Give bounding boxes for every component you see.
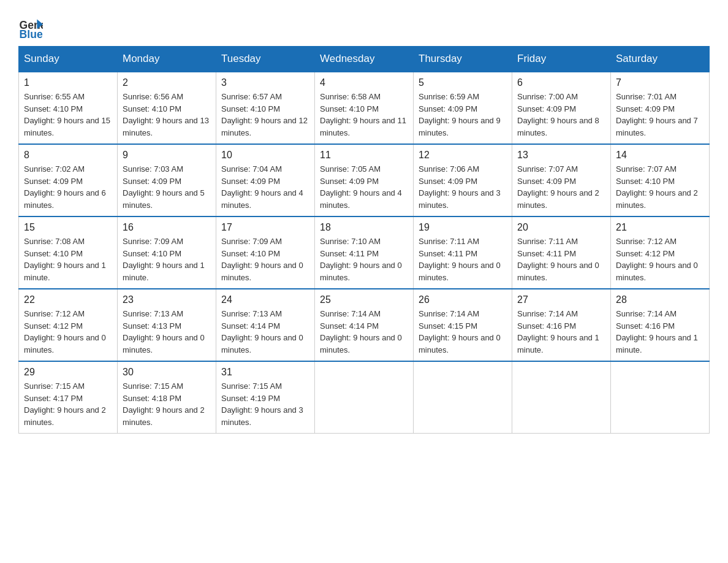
calendar-week-row: 29 Sunrise: 7:15 AMSunset: 4:17 PMDaylig…	[19, 361, 710, 434]
day-info: Sunrise: 7:02 AMSunset: 4:09 PMDaylight:…	[24, 163, 112, 211]
day-number: 31	[221, 367, 309, 378]
day-info: Sunrise: 7:07 AMSunset: 4:10 PMDaylight:…	[616, 163, 704, 211]
calendar-cell: 18 Sunrise: 7:10 AMSunset: 4:11 PMDaylig…	[315, 216, 414, 289]
calendar-cell: 31 Sunrise: 7:15 AMSunset: 4:19 PMDaylig…	[216, 361, 315, 434]
day-number: 13	[517, 150, 605, 161]
day-number: 12	[419, 150, 507, 161]
day-info: Sunrise: 6:55 AMSunset: 4:10 PMDaylight:…	[24, 91, 112, 139]
calendar-cell: 9 Sunrise: 7:03 AMSunset: 4:09 PMDayligh…	[118, 144, 216, 216]
day-number: 17	[221, 222, 309, 233]
day-info: Sunrise: 6:58 AMSunset: 4:10 PMDaylight:…	[320, 91, 408, 139]
day-number: 27	[517, 294, 605, 305]
day-number: 4	[320, 77, 408, 88]
day-number: 23	[123, 294, 211, 305]
day-number: 16	[123, 222, 211, 233]
calendar-header-saturday: Saturday	[611, 47, 710, 72]
day-info: Sunrise: 7:13 AMSunset: 4:13 PMDaylight:…	[123, 308, 211, 356]
day-info: Sunrise: 7:15 AMSunset: 4:17 PMDaylight:…	[24, 380, 112, 428]
calendar-cell: 8 Sunrise: 7:02 AMSunset: 4:09 PMDayligh…	[19, 144, 118, 216]
calendar-week-row: 15 Sunrise: 7:08 AMSunset: 4:10 PMDaylig…	[19, 216, 710, 289]
day-number: 26	[419, 294, 507, 305]
day-number: 9	[123, 150, 211, 161]
calendar-cell: 23 Sunrise: 7:13 AMSunset: 4:13 PMDaylig…	[118, 289, 216, 361]
day-info: Sunrise: 6:59 AMSunset: 4:09 PMDaylight:…	[419, 91, 507, 139]
calendar-cell: 30 Sunrise: 7:15 AMSunset: 4:18 PMDaylig…	[118, 361, 216, 434]
day-number: 3	[221, 77, 309, 88]
calendar-cell: 13 Sunrise: 7:07 AMSunset: 4:09 PMDaylig…	[512, 144, 611, 216]
day-number: 18	[320, 222, 408, 233]
day-info: Sunrise: 7:00 AMSunset: 4:09 PMDaylight:…	[517, 91, 605, 139]
day-info: Sunrise: 7:14 AMSunset: 4:14 PMDaylight:…	[320, 308, 408, 356]
day-info: Sunrise: 7:14 AMSunset: 4:15 PMDaylight:…	[419, 308, 507, 356]
day-info: Sunrise: 7:11 AMSunset: 4:11 PMDaylight:…	[517, 236, 605, 283]
calendar-cell: 17 Sunrise: 7:09 AMSunset: 4:10 PMDaylig…	[216, 216, 315, 289]
calendar-header-friday: Friday	[512, 47, 611, 72]
calendar-cell: 19 Sunrise: 7:11 AMSunset: 4:11 PMDaylig…	[414, 216, 512, 289]
day-number: 29	[24, 367, 112, 378]
day-info: Sunrise: 6:56 AMSunset: 4:10 PMDaylight:…	[123, 91, 211, 139]
day-info: Sunrise: 7:13 AMSunset: 4:14 PMDaylight:…	[221, 308, 309, 356]
calendar-cell: 22 Sunrise: 7:12 AMSunset: 4:12 PMDaylig…	[19, 289, 118, 361]
day-info: Sunrise: 7:14 AMSunset: 4:16 PMDaylight:…	[517, 308, 605, 356]
day-info: Sunrise: 7:15 AMSunset: 4:19 PMDaylight:…	[221, 380, 309, 428]
day-info: Sunrise: 7:04 AMSunset: 4:09 PMDaylight:…	[221, 163, 309, 211]
calendar-cell: 27 Sunrise: 7:14 AMSunset: 4:16 PMDaylig…	[512, 289, 611, 361]
day-info: Sunrise: 7:01 AMSunset: 4:09 PMDaylight:…	[616, 91, 704, 139]
day-info: Sunrise: 7:12 AMSunset: 4:12 PMDaylight:…	[24, 308, 112, 356]
day-info: Sunrise: 7:10 AMSunset: 4:11 PMDaylight:…	[320, 236, 408, 283]
calendar-cell: 29 Sunrise: 7:15 AMSunset: 4:17 PMDaylig…	[19, 361, 118, 434]
day-number: 7	[616, 77, 704, 88]
day-number: 30	[123, 367, 211, 378]
calendar-cell: 24 Sunrise: 7:13 AMSunset: 4:14 PMDaylig…	[216, 289, 315, 361]
day-info: Sunrise: 7:11 AMSunset: 4:11 PMDaylight:…	[419, 236, 507, 283]
calendar-header-thursday: Thursday	[414, 47, 512, 72]
calendar-cell: 6 Sunrise: 7:00 AMSunset: 4:09 PMDayligh…	[512, 72, 611, 144]
calendar-cell: 25 Sunrise: 7:14 AMSunset: 4:14 PMDaylig…	[315, 289, 414, 361]
calendar-cell: 15 Sunrise: 7:08 AMSunset: 4:10 PMDaylig…	[19, 216, 118, 289]
calendar-cell: 7 Sunrise: 7:01 AMSunset: 4:09 PMDayligh…	[611, 72, 710, 144]
calendar-cell: 3 Sunrise: 6:57 AMSunset: 4:10 PMDayligh…	[216, 72, 315, 144]
calendar-cell	[512, 361, 611, 434]
calendar-cell: 21 Sunrise: 7:12 AMSunset: 4:12 PMDaylig…	[611, 216, 710, 289]
calendar-cell: 11 Sunrise: 7:05 AMSunset: 4:09 PMDaylig…	[315, 144, 414, 216]
day-number: 5	[419, 77, 507, 88]
calendar-header-monday: Monday	[118, 47, 216, 72]
calendar-cell: 5 Sunrise: 6:59 AMSunset: 4:09 PMDayligh…	[414, 72, 512, 144]
calendar-week-row: 8 Sunrise: 7:02 AMSunset: 4:09 PMDayligh…	[19, 144, 710, 216]
calendar-cell: 20 Sunrise: 7:11 AMSunset: 4:11 PMDaylig…	[512, 216, 611, 289]
day-info: Sunrise: 7:14 AMSunset: 4:16 PMDaylight:…	[616, 308, 704, 356]
calendar-cell	[611, 361, 710, 434]
calendar-cell: 12 Sunrise: 7:06 AMSunset: 4:09 PMDaylig…	[414, 144, 512, 216]
calendar-cell: 4 Sunrise: 6:58 AMSunset: 4:10 PMDayligh…	[315, 72, 414, 144]
logo: General Blue	[18, 12, 47, 40]
day-number: 15	[24, 222, 112, 233]
day-number: 22	[24, 294, 112, 305]
day-number: 25	[320, 294, 408, 305]
day-number: 24	[221, 294, 309, 305]
day-number: 21	[616, 222, 704, 233]
day-number: 10	[221, 150, 309, 161]
day-info: Sunrise: 7:07 AMSunset: 4:09 PMDaylight:…	[517, 163, 605, 211]
day-number: 2	[123, 77, 211, 88]
calendar-header-wednesday: Wednesday	[315, 47, 414, 72]
day-info: Sunrise: 7:06 AMSunset: 4:09 PMDaylight:…	[419, 163, 507, 211]
calendar-cell: 28 Sunrise: 7:14 AMSunset: 4:16 PMDaylig…	[611, 289, 710, 361]
calendar-cell: 16 Sunrise: 7:09 AMSunset: 4:10 PMDaylig…	[118, 216, 216, 289]
calendar-cell	[315, 361, 414, 434]
day-number: 8	[24, 150, 112, 161]
day-info: Sunrise: 7:09 AMSunset: 4:10 PMDaylight:…	[221, 236, 309, 283]
calendar-cell: 10 Sunrise: 7:04 AMSunset: 4:09 PMDaylig…	[216, 144, 315, 216]
day-info: Sunrise: 7:05 AMSunset: 4:09 PMDaylight:…	[320, 163, 408, 211]
calendar-week-row: 1 Sunrise: 6:55 AMSunset: 4:10 PMDayligh…	[19, 72, 710, 144]
svg-text:Blue: Blue	[20, 28, 43, 40]
day-number: 1	[24, 77, 112, 88]
day-number: 11	[320, 150, 408, 161]
day-number: 14	[616, 150, 704, 161]
day-info: Sunrise: 7:08 AMSunset: 4:10 PMDaylight:…	[24, 236, 112, 283]
calendar-header-row: SundayMondayTuesdayWednesdayThursdayFrid…	[19, 47, 710, 72]
calendar-table: SundayMondayTuesdayWednesdayThursdayFrid…	[18, 46, 710, 434]
calendar-header-tuesday: Tuesday	[216, 47, 315, 72]
day-number: 19	[419, 222, 507, 233]
day-number: 28	[616, 294, 704, 305]
day-number: 6	[517, 77, 605, 88]
